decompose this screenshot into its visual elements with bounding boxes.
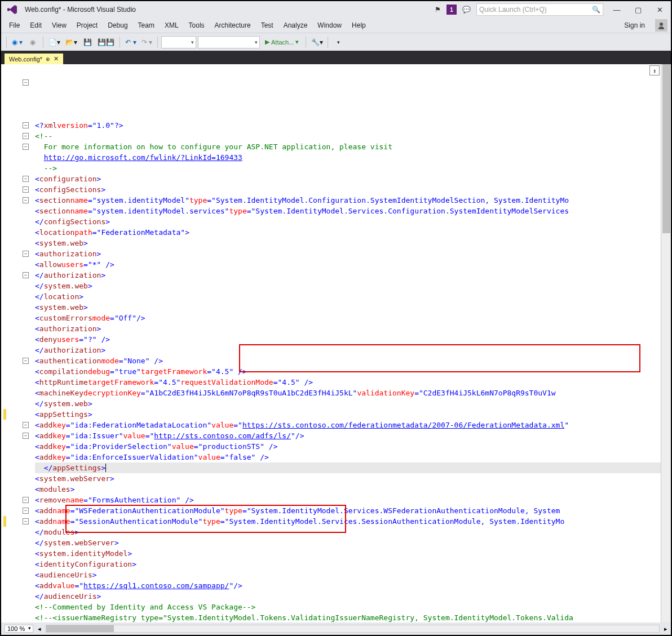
split-view-button[interactable]: ↕: [649, 65, 660, 75]
titlebar: Web.config* - Microsoft Visual Studio ⚑ …: [1, 1, 671, 18]
fold-toggle[interactable]: −: [23, 272, 29, 278]
fold-toggle[interactable]: −: [23, 422, 29, 428]
menu-window[interactable]: Window: [313, 20, 346, 30]
menu-project[interactable]: Project: [72, 20, 102, 30]
fold-toggle[interactable]: −: [23, 186, 29, 193]
sign-in-link[interactable]: Sign in: [618, 20, 651, 30]
menubar: File Edit View Project Debug Team XML To…: [1, 18, 671, 33]
nav-forward-button[interactable]: ◉: [26, 35, 39, 49]
toolbar: ◉ ▾ ◉ 📄▾ 📂▾ 💾 💾💾 ↶ ▾ ↷ ▾ ▶ Attach... ▾ 🔧…: [1, 33, 671, 51]
fold-toggle[interactable]: −: [23, 133, 29, 139]
horizontal-scrollbar[interactable]: [46, 625, 660, 633]
scrollbar-thumb[interactable]: [662, 64, 670, 233]
vs-logo-icon: [5, 4, 20, 15]
tab-close-icon[interactable]: ✕: [54, 55, 59, 63]
fold-toggle[interactable]: −: [23, 433, 29, 439]
fold-toggle[interactable]: −: [23, 122, 29, 128]
hscrollbar-thumb[interactable]: [46, 625, 114, 632]
fold-toggle[interactable]: −: [23, 497, 29, 503]
platform-combo[interactable]: [198, 36, 260, 48]
fold-toggle[interactable]: −: [23, 251, 29, 257]
gutter: −−−−−−−−−−−−−−−: [1, 64, 33, 622]
close-button[interactable]: ✕: [652, 4, 667, 15]
toolbar-overflow[interactable]: ▾: [331, 35, 345, 49]
flag-icon[interactable]: ⚑: [435, 6, 441, 14]
save-all-button[interactable]: 💾💾: [96, 35, 116, 49]
hscroll-left[interactable]: ◂: [38, 625, 41, 633]
open-file-button[interactable]: 📂▾: [64, 35, 79, 49]
fold-toggle[interactable]: −: [23, 197, 29, 203]
menu-view[interactable]: View: [47, 20, 71, 30]
fold-toggle[interactable]: −: [23, 358, 29, 364]
attach-button[interactable]: ▶ Attach... ▾: [262, 35, 302, 49]
menu-test[interactable]: Test: [257, 20, 278, 30]
menu-file[interactable]: File: [5, 20, 24, 30]
fold-toggle[interactable]: −: [23, 508, 29, 514]
config-combo[interactable]: [161, 36, 196, 48]
fold-toggle[interactable]: −: [23, 518, 29, 524]
menu-team[interactable]: Team: [134, 20, 159, 30]
attach-label: Attach...: [271, 39, 294, 46]
statusbar: 100 % ◂ ▸: [1, 622, 671, 635]
new-file-button[interactable]: 📄▾: [47, 35, 62, 49]
undo-button[interactable]: ↶ ▾: [123, 35, 138, 49]
hscroll-right[interactable]: ▸: [664, 625, 667, 633]
save-button[interactable]: 💾: [81, 35, 94, 49]
menu-debug[interactable]: Debug: [103, 20, 132, 30]
maximize-button[interactable]: ▢: [630, 4, 646, 15]
notification-badge[interactable]: 1: [446, 5, 457, 15]
feedback-icon[interactable]: 💬: [462, 6, 471, 14]
svg-point-0: [660, 23, 663, 26]
search-icon: 🔍: [592, 6, 600, 14]
window-title: Web.config* - Microsoft Visual Studio: [25, 6, 136, 14]
quick-launch-placeholder: Quick Launch (Ctrl+Q): [479, 6, 547, 14]
document-tab[interactable]: Web.config* ⊕ ✕: [5, 54, 63, 64]
nav-back-button[interactable]: ◉ ▾: [10, 35, 24, 49]
menu-help[interactable]: Help: [347, 20, 370, 30]
quick-launch-input[interactable]: Quick Launch (Ctrl+Q) 🔍: [476, 3, 603, 16]
minimize-button[interactable]: —: [609, 4, 625, 15]
menu-analyze[interactable]: Analyze: [279, 20, 312, 30]
fold-toggle[interactable]: −: [23, 176, 29, 182]
menu-edit[interactable]: Edit: [25, 20, 46, 30]
fold-toggle[interactable]: −: [23, 79, 29, 86]
menu-architecture[interactable]: Architecture: [210, 20, 255, 30]
tab-label: Web.config*: [9, 56, 42, 63]
tab-strip: Web.config* ⊕ ✕: [1, 51, 671, 64]
vertical-scrollbar[interactable]: [661, 64, 671, 622]
pin-icon[interactable]: ⊕: [46, 56, 50, 62]
editor: −−−−−−−−−−−−−−− ↕ <?xml version="1.0"?> …: [1, 64, 671, 622]
redo-button[interactable]: ↷ ▾: [140, 35, 154, 49]
menu-xml[interactable]: XML: [160, 20, 183, 30]
code-area[interactable]: ↕ <?xml version="1.0"?> <!-- For more in…: [33, 64, 661, 622]
fold-toggle[interactable]: −: [23, 144, 29, 150]
menu-tools[interactable]: Tools: [184, 20, 209, 30]
find-in-files-button[interactable]: 🔧▾: [310, 35, 325, 49]
avatar-icon[interactable]: [655, 19, 667, 32]
zoom-combo[interactable]: 100 %: [5, 625, 33, 633]
